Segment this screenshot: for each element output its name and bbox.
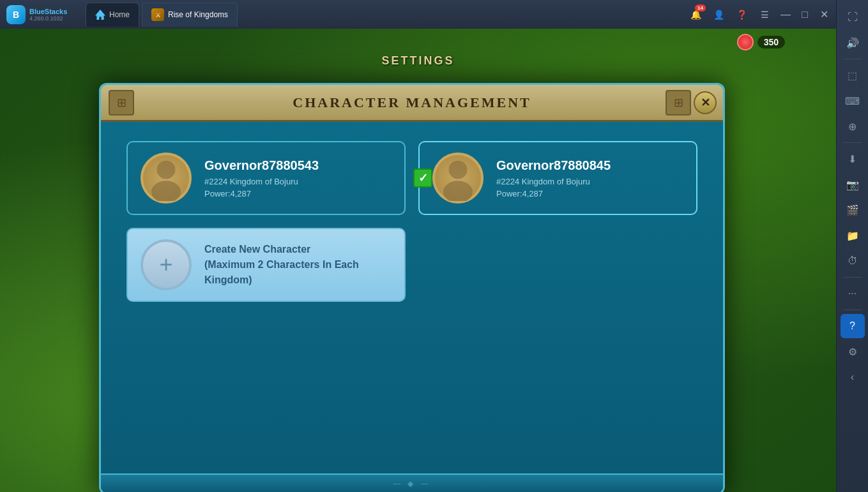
sidebar-divider-3	[843, 277, 862, 278]
character-card-2[interactable]: ✓ Governor87880845 #2224 Kingdom of Boju…	[418, 141, 697, 215]
bluestacks-logo: B BlueStacks 4.260.0.1032	[0, 5, 83, 24]
char-name-1: Governor87880543	[204, 158, 392, 173]
notification-count: 14	[695, 4, 706, 11]
game-area: SETTINGS 350 ⊞ CHARACTER MANAGEMENT ⊞ ✕	[0, 29, 836, 492]
settings-label: SETTINGS	[381, 54, 454, 68]
sidebar-divider-2	[843, 142, 862, 143]
char-name-2: Governor87880845	[496, 158, 683, 173]
logo-text: BlueStacks 4.260.0.1032	[29, 8, 67, 22]
dialog-bottom: — ◆ —	[101, 473, 723, 492]
maximize-sidebar-icon[interactable]: ⛶	[841, 5, 865, 29]
coin-area: 350	[737, 34, 785, 50]
create-label-line2: (Maximum 2 Characters In Each Kingdom)	[204, 259, 359, 285]
menu-icon[interactable]: ☰	[756, 6, 773, 24]
gamepad-sidebar-icon[interactable]: ⊕	[841, 114, 865, 138]
char-info-2: Governor87880845 #2224 Kingdom of Bojuru…	[496, 158, 683, 198]
keyboard-sidebar-icon[interactable]: ⌨	[841, 89, 865, 113]
notification-bell[interactable]: 🔔 14	[687, 6, 704, 24]
char-avatar-1	[141, 153, 192, 204]
help-question-icon[interactable]: ❓	[733, 6, 750, 24]
app-name: BlueStacks	[29, 8, 67, 15]
coin-icon	[737, 34, 754, 50]
titlebar-controls: 🔔 14 👤 ❓ ☰ — □ ✕	[687, 6, 836, 24]
back-sidebar-icon[interactable]: ‹	[841, 365, 865, 389]
download-sidebar-icon[interactable]: ⬇	[841, 147, 865, 171]
settings-sidebar-icon[interactable]: ⚙	[841, 339, 865, 364]
create-character-text: Create New Character (Maximum 2 Characte…	[204, 242, 392, 288]
ornament-pattern-right: ⊞	[674, 96, 683, 110]
char-kingdom-1: #2224 Kingdom of Bojuru	[204, 177, 392, 186]
character-management-dialog: ⊞ CHARACTER MANAGEMENT ⊞ ✕ Governor87880…	[99, 83, 725, 492]
dialog-close-button[interactable]: ✕	[694, 91, 717, 114]
header-ornament-right: ⊞	[666, 90, 691, 116]
char-info-1: Governor87880543 #2224 Kingdom of Bojuru…	[204, 158, 392, 198]
dialog-content: Governor87880543 #2224 Kingdom of Bojuru…	[101, 122, 723, 321]
folder-sidebar-icon[interactable]: 📁	[841, 223, 865, 248]
dialog-header: ⊞ CHARACTER MANAGEMENT ⊞ ✕	[101, 85, 723, 122]
svg-point-1	[151, 181, 181, 201]
dialog-title: CHARACTER MANAGEMENT	[293, 94, 531, 111]
character-card-1[interactable]: Governor87880543 #2224 Kingdom of Bojuru…	[126, 141, 406, 215]
video-sidebar-icon[interactable]: 🎬	[841, 198, 865, 222]
help-sidebar-button[interactable]: ?	[841, 314, 865, 338]
tab-game-label: Rise of Kingdoms	[168, 10, 228, 19]
create-avatar: +	[141, 239, 192, 290]
svg-point-0	[157, 161, 176, 179]
close-button[interactable]: ✕	[817, 8, 831, 22]
coin-value: 350	[758, 36, 785, 48]
create-plus-icon: +	[159, 253, 172, 276]
titlebar: B BlueStacks 4.260.0.1032 Home ⚔ Rise of…	[0, 0, 836, 29]
tab-home-label: Home	[109, 10, 130, 19]
ornament-pattern-left: ⊞	[117, 96, 126, 110]
tabs-area: Home ⚔ Rise of Kingdoms	[83, 0, 687, 29]
camera-sidebar-icon[interactable]: 📷	[841, 172, 865, 197]
account-icon[interactable]: 👤	[710, 6, 727, 24]
tab-home[interactable]: Home	[86, 3, 139, 27]
app-version: 4.260.0.1032	[29, 15, 67, 22]
minimize-button[interactable]: —	[779, 8, 793, 22]
game-icon: ⚔	[151, 8, 164, 21]
tab-game[interactable]: ⚔ Rise of Kingdoms	[142, 3, 238, 27]
header-ornament-left: ⊞	[109, 90, 134, 116]
avatar-silhouette-2	[435, 155, 481, 201]
char-power-2: Power:4,287	[496, 189, 683, 198]
char-kingdom-2: #2224 Kingdom of Bojuru	[496, 177, 683, 186]
selected-checkmark: ✓	[413, 168, 432, 188]
char-avatar-2	[432, 153, 483, 204]
svg-point-2	[449, 161, 468, 179]
bottom-ornament: — ◆ —	[393, 479, 431, 488]
sidebar-divider-1	[843, 59, 862, 59]
home-icon	[95, 10, 105, 20]
avatar-silhouette-1	[143, 155, 189, 201]
more-sidebar-icon[interactable]: ···	[841, 281, 865, 306]
timer-sidebar-icon[interactable]: ⏱	[841, 249, 865, 273]
svg-point-3	[443, 181, 473, 201]
sidebar-divider-4	[843, 309, 862, 310]
right-sidebar: ⛶ 🔊 ⬚ ⌨ ⊕ ⬇ 📷 🎬 📁 ⏱ ··· ? ⚙ ‹	[836, 0, 868, 492]
bluestacks-icon: B	[6, 5, 26, 24]
speaker-sidebar-icon[interactable]: 🔊	[841, 31, 865, 55]
maximize-button[interactable]: □	[798, 8, 812, 22]
create-new-character-card[interactable]: + Create New Character (Maximum 2 Charac…	[126, 228, 406, 302]
char-power-1: Power:4,287	[204, 189, 392, 198]
selection-sidebar-icon[interactable]: ⬚	[841, 63, 865, 87]
create-label-line1: Create New Character	[204, 244, 310, 255]
